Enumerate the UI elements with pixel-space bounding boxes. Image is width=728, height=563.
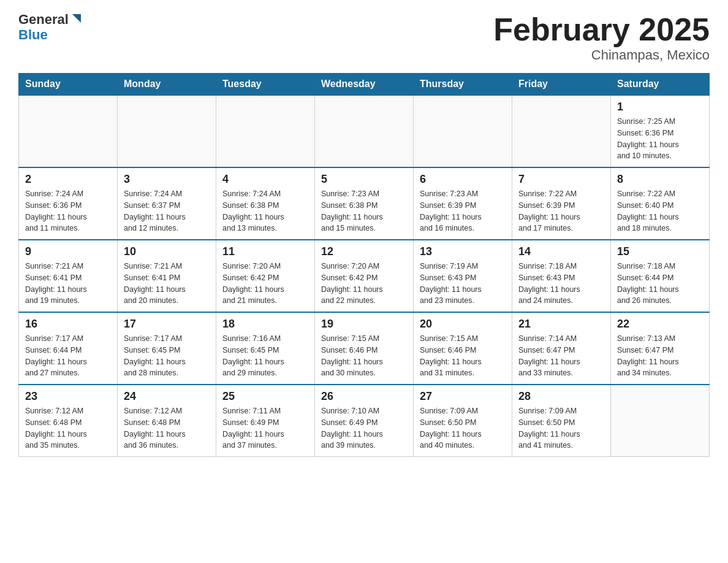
day-number: 7: [518, 173, 604, 186]
day-info: Sunrise: 7:20 AM Sunset: 6:42 PM Dayligh…: [321, 262, 383, 305]
logo-text-blue: Blue: [18, 27, 48, 43]
weekday-header-wednesday: Wednesday: [315, 74, 414, 96]
day-info: Sunrise: 7:09 AM Sunset: 6:50 PM Dayligh…: [518, 407, 580, 450]
day-info: Sunrise: 7:19 AM Sunset: 6:43 PM Dayligh…: [420, 262, 482, 305]
day-info: Sunrise: 7:16 AM Sunset: 6:45 PM Dayligh…: [222, 334, 284, 377]
calendar-week-row: 16Sunrise: 7:17 AM Sunset: 6:44 PM Dayli…: [19, 312, 710, 385]
weekday-header-thursday: Thursday: [414, 74, 512, 96]
day-info: Sunrise: 7:11 AM Sunset: 6:49 PM Dayligh…: [222, 407, 284, 450]
day-number: 19: [321, 318, 407, 331]
day-info: Sunrise: 7:24 AM Sunset: 6:37 PM Dayligh…: [124, 190, 186, 232]
calendar-cell: 15Sunrise: 7:18 AM Sunset: 6:44 PM Dayli…: [611, 240, 710, 312]
weekday-header-tuesday: Tuesday: [216, 74, 315, 96]
calendar-cell: 27Sunrise: 7:09 AM Sunset: 6:50 PM Dayli…: [414, 385, 512, 457]
calendar-cell: 13Sunrise: 7:19 AM Sunset: 6:43 PM Dayli…: [414, 240, 512, 312]
day-number: 15: [617, 245, 703, 258]
calendar-cell: [216, 95, 315, 167]
calendar-cell: 5Sunrise: 7:23 AM Sunset: 6:38 PM Daylig…: [315, 167, 414, 240]
weekday-header-row: SundayMondayTuesdayWednesdayThursdayFrid…: [19, 74, 710, 96]
day-info: Sunrise: 7:12 AM Sunset: 6:48 PM Dayligh…: [25, 407, 87, 450]
day-info: Sunrise: 7:22 AM Sunset: 6:39 PM Dayligh…: [518, 190, 580, 232]
day-info: Sunrise: 7:17 AM Sunset: 6:45 PM Dayligh…: [124, 334, 186, 377]
day-info: Sunrise: 7:24 AM Sunset: 6:36 PM Dayligh…: [25, 190, 87, 232]
svg-marker-0: [72, 14, 81, 23]
calendar-week-row: 1Sunrise: 7:25 AM Sunset: 6:36 PM Daylig…: [19, 95, 710, 167]
day-number: 2: [25, 173, 111, 186]
calendar-cell: [19, 95, 118, 167]
weekday-header-monday: Monday: [118, 74, 216, 96]
day-number: 10: [124, 245, 210, 258]
day-number: 20: [420, 318, 506, 331]
day-number: 26: [321, 390, 407, 403]
weekday-header-friday: Friday: [512, 74, 611, 96]
calendar-cell: [414, 95, 512, 167]
day-number: 23: [25, 390, 111, 403]
day-info: Sunrise: 7:12 AM Sunset: 6:48 PM Dayligh…: [124, 407, 186, 450]
day-info: Sunrise: 7:21 AM Sunset: 6:41 PM Dayligh…: [124, 262, 186, 305]
calendar-cell: 21Sunrise: 7:14 AM Sunset: 6:47 PM Dayli…: [512, 312, 611, 385]
calendar-week-row: 9Sunrise: 7:21 AM Sunset: 6:41 PM Daylig…: [19, 240, 710, 312]
calendar-cell: 11Sunrise: 7:20 AM Sunset: 6:42 PM Dayli…: [216, 240, 315, 312]
day-info: Sunrise: 7:23 AM Sunset: 6:39 PM Dayligh…: [420, 190, 482, 232]
calendar-cell: [315, 95, 414, 167]
day-number: 16: [25, 318, 111, 331]
calendar-cell: 12Sunrise: 7:20 AM Sunset: 6:42 PM Dayli…: [315, 240, 414, 312]
day-number: 18: [222, 318, 308, 331]
calendar-cell: 8Sunrise: 7:22 AM Sunset: 6:40 PM Daylig…: [611, 167, 710, 240]
calendar-subtitle: Chinampas, Mexico: [493, 47, 710, 63]
day-info: Sunrise: 7:25 AM Sunset: 6:36 PM Dayligh…: [617, 117, 679, 160]
day-number: 4: [222, 173, 308, 186]
day-info: Sunrise: 7:21 AM Sunset: 6:41 PM Dayligh…: [25, 262, 87, 305]
calendar-cell: 24Sunrise: 7:12 AM Sunset: 6:48 PM Dayli…: [118, 385, 216, 457]
calendar-cell: 7Sunrise: 7:22 AM Sunset: 6:39 PM Daylig…: [512, 167, 611, 240]
calendar-cell: 10Sunrise: 7:21 AM Sunset: 6:41 PM Dayli…: [118, 240, 216, 312]
day-number: 24: [124, 390, 210, 403]
day-number: 8: [617, 173, 703, 186]
logo-arrow-icon: [70, 12, 83, 25]
day-number: 12: [321, 245, 407, 258]
day-number: 14: [518, 245, 604, 258]
calendar-cell: [118, 95, 216, 167]
logo: General Blue: [18, 12, 83, 43]
day-number: 28: [518, 390, 604, 403]
calendar-table: SundayMondayTuesdayWednesdayThursdayFrid…: [18, 73, 710, 457]
day-info: Sunrise: 7:15 AM Sunset: 6:46 PM Dayligh…: [420, 334, 482, 377]
calendar-cell: 25Sunrise: 7:11 AM Sunset: 6:49 PM Dayli…: [216, 385, 315, 457]
day-info: Sunrise: 7:22 AM Sunset: 6:40 PM Dayligh…: [617, 190, 679, 232]
calendar-cell: 17Sunrise: 7:17 AM Sunset: 6:45 PM Dayli…: [118, 312, 216, 385]
weekday-header-sunday: Sunday: [19, 74, 118, 96]
calendar-week-row: 23Sunrise: 7:12 AM Sunset: 6:48 PM Dayli…: [19, 385, 710, 457]
day-info: Sunrise: 7:20 AM Sunset: 6:42 PM Dayligh…: [222, 262, 284, 305]
calendar-cell: 6Sunrise: 7:23 AM Sunset: 6:39 PM Daylig…: [414, 167, 512, 240]
day-info: Sunrise: 7:18 AM Sunset: 6:43 PM Dayligh…: [518, 262, 580, 305]
day-number: 21: [518, 318, 604, 331]
day-info: Sunrise: 7:24 AM Sunset: 6:38 PM Dayligh…: [222, 190, 284, 232]
logo-text-general: General: [18, 12, 69, 27]
calendar-cell: 9Sunrise: 7:21 AM Sunset: 6:41 PM Daylig…: [19, 240, 118, 312]
day-number: 27: [420, 390, 506, 403]
calendar-cell: 4Sunrise: 7:24 AM Sunset: 6:38 PM Daylig…: [216, 167, 315, 240]
calendar-cell: 19Sunrise: 7:15 AM Sunset: 6:46 PM Dayli…: [315, 312, 414, 385]
day-number: 11: [222, 245, 308, 258]
day-number: 13: [420, 245, 506, 258]
calendar-week-row: 2Sunrise: 7:24 AM Sunset: 6:36 PM Daylig…: [19, 167, 710, 240]
day-info: Sunrise: 7:23 AM Sunset: 6:38 PM Dayligh…: [321, 190, 383, 232]
page-header: General Blue February 2025 Chinampas, Me…: [18, 12, 710, 63]
calendar-cell: 3Sunrise: 7:24 AM Sunset: 6:37 PM Daylig…: [118, 167, 216, 240]
calendar-cell: 20Sunrise: 7:15 AM Sunset: 6:46 PM Dayli…: [414, 312, 512, 385]
calendar-cell: 2Sunrise: 7:24 AM Sunset: 6:36 PM Daylig…: [19, 167, 118, 240]
calendar-cell: 23Sunrise: 7:12 AM Sunset: 6:48 PM Dayli…: [19, 385, 118, 457]
calendar-cell: 1Sunrise: 7:25 AM Sunset: 6:36 PM Daylig…: [611, 95, 710, 167]
day-info: Sunrise: 7:17 AM Sunset: 6:44 PM Dayligh…: [25, 334, 87, 377]
calendar-cell: [512, 95, 611, 167]
calendar-cell: 18Sunrise: 7:16 AM Sunset: 6:45 PM Dayli…: [216, 312, 315, 385]
calendar-cell: [611, 385, 710, 457]
calendar-cell: 26Sunrise: 7:10 AM Sunset: 6:49 PM Dayli…: [315, 385, 414, 457]
day-info: Sunrise: 7:18 AM Sunset: 6:44 PM Dayligh…: [617, 262, 679, 305]
day-number: 17: [124, 318, 210, 331]
day-number: 3: [124, 173, 210, 186]
title-block: February 2025 Chinampas, Mexico: [493, 12, 710, 63]
day-info: Sunrise: 7:09 AM Sunset: 6:50 PM Dayligh…: [420, 407, 482, 450]
weekday-header-saturday: Saturday: [611, 74, 710, 96]
day-number: 9: [25, 245, 111, 258]
